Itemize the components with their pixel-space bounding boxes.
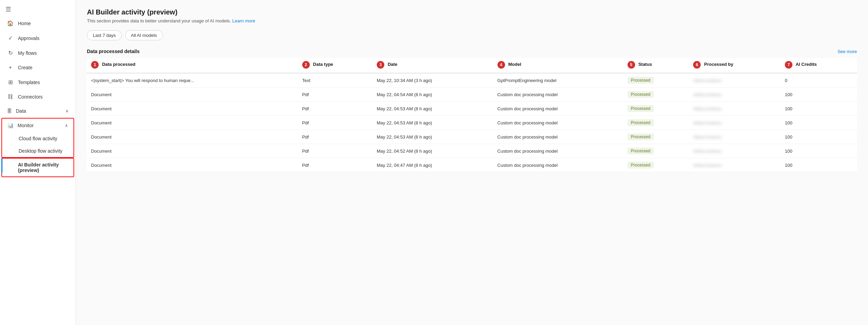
data-table: 1 Data processed 2 Data type 3 Date 4 Mo…	[87, 58, 857, 172]
cell-processed-by: Adina Ionescu	[689, 130, 781, 144]
col-badge-3: 3	[377, 61, 384, 69]
data-chevron-icon: ∨	[66, 109, 69, 113]
sidebar-item-connectors[interactable]: ⛓ Connectors	[1, 90, 74, 104]
cell-date: May 22, 04:53 AM (8 h ago)	[373, 102, 493, 116]
sidebar: ☰ 🏠 Home ✓ Approvals ↻ My flows + Create…	[0, 0, 76, 325]
cloud-flow-activity-label: Cloud flow activity	[19, 136, 57, 141]
sidebar-item-home[interactable]: 🏠 Home	[1, 16, 74, 31]
filter-all-ai-models[interactable]: All AI models	[125, 30, 163, 40]
cell-ai-credits: 100	[781, 158, 857, 172]
sidebar-item-connectors-label: Connectors	[18, 94, 43, 100]
sidebar-item-create[interactable]: + Create	[1, 60, 74, 75]
sidebar-item-approvals[interactable]: ✓ Approvals	[1, 31, 74, 45]
cell-data-processed: Document	[87, 158, 298, 172]
learn-more-link[interactable]: Learn more	[232, 18, 255, 23]
col-badge-1: 1	[91, 61, 99, 69]
col-label-date: Date	[388, 62, 397, 67]
create-icon: +	[7, 64, 14, 71]
section-title: Data processed details	[87, 49, 140, 54]
col-header-date: 3 Date	[373, 58, 493, 73]
sidebar-item-home-label: Home	[18, 21, 31, 26]
sidebar-item-data-label: Data	[16, 108, 26, 114]
cell-data-processed: <|system_start|> You will respond to hum…	[87, 73, 298, 88]
cell-processed-by: Adina Ionescu	[689, 158, 781, 172]
cell-status: Processed	[623, 130, 689, 144]
home-icon: 🏠	[7, 20, 14, 27]
sidebar-sub-ai-builder[interactable]: AI Builder activity(preview)	[1, 158, 74, 177]
col-header-model: 4 Model	[493, 58, 623, 73]
monitor-section: 📊 Monitor ∧ Cloud flow activity Desktop …	[1, 118, 74, 158]
sidebar-item-templates[interactable]: ⊞ Templates	[1, 75, 74, 90]
cell-data-type: Pdf	[298, 88, 373, 102]
cell-data-type: Text	[298, 73, 373, 88]
cell-model: Custom doc processing model	[493, 102, 623, 116]
cell-date: May 22, 10:34 AM (3 h ago)	[373, 73, 493, 88]
cell-status: Processed	[623, 144, 689, 158]
status-badge: Processed	[628, 105, 654, 112]
main-content: AI Builder activity (preview) This secti…	[76, 0, 868, 325]
cell-ai-credits: 100	[781, 102, 857, 116]
sidebar-item-templates-label: Templates	[18, 80, 40, 85]
col-badge-4: 4	[497, 61, 505, 69]
sidebar-item-monitor-label: Monitor	[18, 123, 61, 128]
sidebar-sub-desktop-flow[interactable]: Desktop flow activity	[2, 145, 73, 157]
status-badge: Processed	[628, 133, 654, 140]
cell-model: GptPromptEngineering model	[493, 73, 623, 88]
status-badge: Processed	[628, 162, 654, 169]
col-header-processed-by: 6 Processed by	[689, 58, 781, 73]
sidebar-item-myflows-label: My flows	[18, 50, 37, 56]
hamburger-menu-icon[interactable]: ☰	[0, 0, 76, 16]
cell-data-processed: Document	[87, 102, 298, 116]
cell-data-processed: Document	[87, 130, 298, 144]
ai-builder-activity-label: AI Builder activity(preview)	[18, 162, 59, 173]
cell-ai-credits: 100	[781, 144, 857, 158]
cell-model: Custom doc processing model	[493, 116, 623, 130]
table-row: DocumentPdfMay 22, 04:53 AM (8 h ago)Cus…	[87, 102, 857, 116]
cell-model: Custom doc processing model	[493, 144, 623, 158]
table-row: DocumentPdfMay 22, 04:52 AM (8 h ago)Cus…	[87, 144, 857, 158]
cell-data-processed: Document	[87, 144, 298, 158]
status-badge: Processed	[628, 119, 654, 126]
sidebar-item-myflows[interactable]: ↻ My flows	[1, 45, 74, 60]
cell-data-type: Pdf	[298, 116, 373, 130]
col-header-data-type: 2 Data type	[298, 58, 373, 73]
col-badge-6: 6	[693, 61, 701, 69]
col-label-data-type: Data type	[313, 62, 333, 67]
cell-data-type: Pdf	[298, 130, 373, 144]
table-row: DocumentPdfMay 22, 04:53 AM (8 h ago)Cus…	[87, 116, 857, 130]
col-header-status: 5 Status	[623, 58, 689, 73]
cell-data-processed: Document	[87, 88, 298, 102]
cell-status: Processed	[623, 158, 689, 172]
cell-ai-credits: 0	[781, 73, 857, 88]
table-section-header: Data processed details See more	[87, 49, 857, 54]
sidebar-item-data[interactable]: 🗄 Data ∨	[1, 104, 74, 118]
col-label-status: Status	[638, 62, 652, 67]
status-badge: Processed	[628, 91, 654, 98]
col-label-processed-by: Processed by	[704, 62, 733, 67]
sidebar-sub-cloud-flow[interactable]: Cloud flow activity	[2, 132, 73, 145]
templates-icon: ⊞	[7, 79, 14, 85]
cell-processed-by: Adina Ionescu	[689, 88, 781, 102]
col-label-model: Model	[508, 62, 521, 67]
cell-processed-by: Adina Ionescu	[689, 102, 781, 116]
cell-date: May 22, 04:53 AM (8 h ago)	[373, 116, 493, 130]
myflows-icon: ↻	[7, 50, 14, 56]
cell-data-type: Pdf	[298, 102, 373, 116]
table-body: <|system_start|> You will respond to hum…	[87, 73, 857, 172]
cell-processed-by: Adina Ionescu	[689, 73, 781, 88]
page-title: AI Builder activity (preview)	[87, 8, 857, 16]
col-badge-2: 2	[302, 61, 310, 69]
cell-data-type: Pdf	[298, 158, 373, 172]
sidebar-item-approvals-label: Approvals	[18, 35, 39, 41]
col-label-ai-credits: AI Credits	[796, 62, 817, 67]
status-badge: Processed	[628, 148, 654, 154]
filter-last7days[interactable]: Last 7 days	[87, 30, 122, 40]
sidebar-item-monitor[interactable]: 📊 Monitor ∧	[2, 119, 73, 132]
cell-status: Processed	[623, 73, 689, 88]
see-more-link[interactable]: See more	[838, 49, 857, 54]
cell-status: Processed	[623, 102, 689, 116]
cell-date: May 22, 04:47 AM (8 h ago)	[373, 158, 493, 172]
col-header-data-processed: 1 Data processed	[87, 58, 298, 73]
cell-status: Processed	[623, 88, 689, 102]
filter-row: Last 7 days All AI models	[87, 30, 857, 40]
